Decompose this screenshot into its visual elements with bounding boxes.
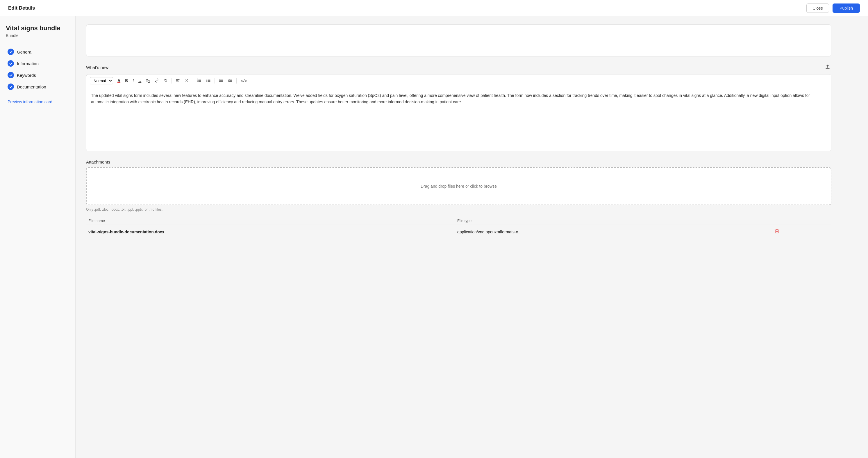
- sidebar-item-label-documentation: Documentation: [17, 84, 46, 89]
- toolbar-bold-btn[interactable]: B: [123, 77, 130, 84]
- file-name-cell: vital-signs-bundle-documentation.docx: [86, 225, 455, 239]
- editor-container: Normal A B I U x2 x2: [86, 74, 831, 151]
- toolbar-link-btn[interactable]: [161, 77, 170, 84]
- right-spacer: [842, 16, 868, 458]
- attachments-label: Attachments: [86, 160, 110, 164]
- sidebar: Vital signs bundle Bundle General Inform…: [0, 16, 75, 458]
- svg-text:3.: 3.: [197, 81, 198, 82]
- sidebar-item-label-information: Information: [17, 61, 39, 66]
- sidebar-item-documentation[interactable]: Documentation: [6, 81, 69, 92]
- bundle-type: Bundle: [6, 33, 69, 38]
- attachments-label-row: Attachments: [86, 160, 831, 164]
- check-icon-information: [7, 60, 14, 67]
- toolbar-italic-btn[interactable]: I: [130, 77, 136, 84]
- svg-point-4: [207, 80, 207, 81]
- top-area: [86, 24, 831, 56]
- check-icon-documentation: [7, 84, 14, 90]
- sidebar-item-general[interactable]: General: [6, 46, 69, 58]
- toolbar-indent-btn[interactable]: [217, 77, 225, 84]
- toolbar-superscript-btn[interactable]: x2: [153, 77, 160, 84]
- top-bar: Edit Details Close Publish: [0, 0, 868, 16]
- svg-point-5: [207, 81, 207, 82]
- bundle-title: Vital signs bundle: [6, 24, 69, 32]
- file-table: File name File type vital-signs-bundle-d…: [86, 217, 831, 238]
- toolbar-unordered-list-btn[interactable]: [204, 77, 213, 84]
- toolbar-separator-4: [236, 78, 237, 84]
- editor-body-text: The updated vital signs form includes se…: [91, 93, 810, 104]
- whats-new-section: What's new Normal A B: [86, 63, 831, 151]
- drop-zone[interactable]: Drag and drop files here or click to bro…: [86, 167, 831, 205]
- toolbar-font-color-btn[interactable]: A: [115, 77, 122, 84]
- toolbar-separator-2: [193, 78, 193, 84]
- file-type-cell: application/vnd.openxmlformats-o...: [455, 225, 770, 239]
- sidebar-item-label-keywords: Keywords: [17, 73, 36, 78]
- toolbar-align-left-btn[interactable]: [174, 77, 182, 84]
- check-icon-keywords: [7, 72, 14, 78]
- whats-new-label: What's new: [86, 65, 108, 70]
- main-content: What's new Normal A B: [75, 16, 842, 458]
- publish-button[interactable]: Publish: [833, 3, 860, 13]
- close-button[interactable]: Close: [806, 3, 829, 13]
- svg-rect-6: [775, 230, 779, 233]
- file-table-header-name: File name: [86, 217, 455, 225]
- toolbar-code-btn[interactable]: </>: [238, 77, 249, 84]
- preview-link[interactable]: Preview information card: [6, 98, 54, 106]
- toolbar-separator-3: [215, 78, 215, 84]
- toolbar-outdent-btn[interactable]: [226, 77, 235, 84]
- sidebar-item-label-general: General: [17, 50, 32, 54]
- upload-icon-button[interactable]: [824, 63, 831, 71]
- toolbar-separator-1: [172, 78, 172, 84]
- file-table-header-actions: [770, 217, 831, 225]
- toolbar-subscript-btn[interactable]: x2: [144, 77, 152, 84]
- toolbar-ordered-list-btn[interactable]: 1.2.3.: [195, 77, 204, 84]
- drop-zone-text: Drag and drop files here or click to bro…: [421, 184, 497, 189]
- attachments-section: Attachments Drag and drop files here or …: [86, 160, 831, 238]
- file-table-header-type: File type: [455, 217, 770, 225]
- format-select[interactable]: Normal: [90, 77, 113, 84]
- svg-point-3: [207, 79, 207, 80]
- check-icon-general: [7, 49, 14, 55]
- sidebar-item-keywords[interactable]: Keywords: [6, 69, 69, 81]
- table-row: vital-signs-bundle-documentation.docx ap…: [86, 225, 831, 239]
- editor-body[interactable]: The updated vital signs form includes se…: [86, 87, 831, 151]
- page-title: Edit Details: [8, 5, 35, 11]
- editor-toolbar: Normal A B I U x2 x2: [86, 75, 831, 87]
- toolbar-clear-format-btn[interactable]: [183, 77, 191, 84]
- toolbar-underline-btn[interactable]: U: [136, 77, 143, 84]
- delete-file-button[interactable]: [773, 228, 781, 236]
- sidebar-item-information[interactable]: Information: [6, 58, 69, 69]
- whats-new-label-row: What's new: [86, 63, 831, 71]
- top-bar-actions: Close Publish: [806, 3, 860, 13]
- file-delete-cell: [770, 225, 831, 239]
- main-layout: Vital signs bundle Bundle General Inform…: [0, 16, 868, 458]
- file-hint: Only .pdf, .doc, .docx, .txt, .ppt, .ppt…: [86, 207, 831, 211]
